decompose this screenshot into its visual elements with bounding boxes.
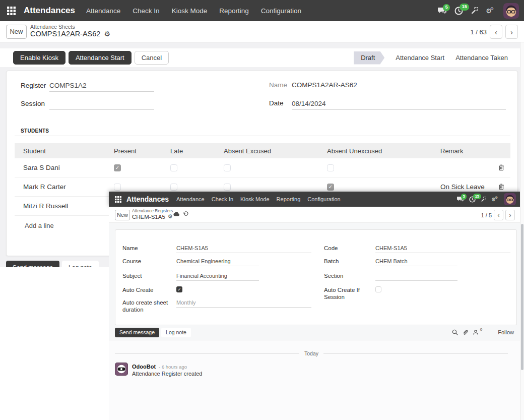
pager-counter: 1 / 63 (470, 28, 487, 36)
auto-create-checkbox[interactable]: ✓ (176, 286, 182, 292)
nav-item-reporting[interactable]: Reporting (277, 196, 301, 202)
log-note-button[interactable]: Log note (62, 261, 99, 267)
user-avatar[interactable] (504, 193, 516, 205)
nav-item-check-in[interactable]: Check In (212, 196, 233, 202)
scrollbar-thumb[interactable] (521, 224, 523, 370)
activities-clock-icon[interactable]: 15 (469, 196, 476, 203)
student-name-cell[interactable]: Sara S Dani (15, 164, 114, 171)
follow-button[interactable]: Follow (498, 329, 514, 335)
name-label: Name (269, 81, 287, 89)
nav-item-reporting[interactable]: Reporting (219, 7, 249, 15)
apps-grid-icon[interactable] (115, 196, 121, 203)
new-button[interactable]: New (115, 210, 130, 220)
nav-item-kiosk-mode[interactable]: Kiosk Mode (172, 7, 208, 15)
date-field[interactable]: 08/14/2024 (292, 100, 326, 107)
log-note-button[interactable]: Log note (161, 328, 191, 337)
col-absent-unexcused[interactable]: Absent Unexcused (327, 147, 440, 155)
main-nav-right: 5 15 ⚙⚙ (438, 3, 519, 19)
chatter-icons: 0 (452, 329, 479, 335)
nav-item-attendance[interactable]: Attendance (176, 196, 205, 202)
attendance-start-button[interactable]: Attendance Start (69, 51, 132, 65)
nav-item-check-in[interactable]: Check In (133, 7, 159, 15)
name-label: Name (122, 245, 138, 252)
code-field[interactable]: CHEM-S1A5 (375, 245, 407, 251)
discard-undo-icon[interactable] (183, 211, 188, 217)
col-student[interactable]: Student (15, 147, 114, 155)
messages-icon[interactable]: 5 (457, 196, 464, 202)
main-chatter-buttons: Send message Log note (6, 261, 99, 267)
nav-item-configuration[interactable]: Configuration (307, 196, 340, 202)
messages-icon[interactable]: 5 (438, 7, 447, 15)
window-scrollbar (520, 42, 524, 420)
apps-grid-icon[interactable] (7, 7, 16, 15)
user-avatar[interactable] (503, 3, 519, 19)
student-name-cell[interactable]: Mitzi R Russell (15, 202, 114, 210)
delete-row-icon[interactable] (492, 164, 510, 171)
wrench-icon[interactable] (481, 197, 486, 202)
present-checkbox[interactable] (114, 184, 121, 191)
name-field[interactable]: CHEM-S1A5 (176, 245, 208, 251)
send-message-button[interactable]: Send message (6, 261, 59, 267)
record-name: CHEM-S1A5 (132, 214, 165, 220)
late-checkbox[interactable] (170, 164, 177, 171)
col-present[interactable]: Present (114, 147, 170, 155)
attachment-paperclip-icon[interactable] (463, 329, 468, 335)
remark-cell[interactable]: On Sick Leave (440, 183, 492, 191)
absent-unexcused-checkbox[interactable] (327, 164, 334, 171)
debug-gears-icon[interactable]: ⚙⚙ (491, 197, 498, 202)
record-actions-gear-icon[interactable]: ⚙ (168, 213, 173, 220)
new-button[interactable]: New (6, 25, 27, 39)
record-actions-gear-icon[interactable]: ⚙ (104, 30, 110, 38)
activities-clock-icon[interactable]: 15 (454, 7, 463, 15)
register-field[interactable]: COMPS1A2 (49, 82, 87, 89)
message-body: Attendance Register created (132, 371, 202, 377)
enable-kiosk-button[interactable]: Enable Kiosk (13, 51, 66, 65)
nav-item-attendance[interactable]: Attendance (86, 7, 120, 15)
present-checkbox[interactable]: ✓ (114, 164, 121, 171)
col-absent-excused[interactable]: Absent Excused (224, 147, 327, 155)
pager-next-button[interactable]: › (505, 210, 515, 220)
save-cloud-icon[interactable] (173, 211, 180, 216)
followers-count: 0 (480, 327, 482, 332)
nav-item-configuration[interactable]: Configuration (261, 7, 301, 15)
subject-field[interactable]: Financial Accounting (176, 273, 227, 279)
pager-prev-button[interactable]: ‹ (494, 210, 503, 220)
pager-next-button[interactable]: › (505, 25, 518, 39)
app-title[interactable]: Attendances (24, 6, 75, 16)
auto-create-if-session-label: Auto Create If Session (324, 286, 364, 301)
message-author[interactable]: OdooBot (132, 364, 156, 370)
batch-field[interactable]: CHEM Batch (375, 258, 408, 264)
duration-field[interactable]: Monthly (176, 299, 196, 306)
breadcrumb-parent-link[interactable]: Attendance Registers (132, 208, 173, 213)
absent-excused-checkbox[interactable] (224, 184, 231, 191)
status-step-draft[interactable]: Draft (354, 51, 384, 65)
overlay-navbar: Attendances Attendance Check In Kiosk Mo… (109, 192, 520, 207)
students-table-header: Student Present Late Absent Excused Abse… (15, 143, 510, 158)
search-messages-icon[interactable] (452, 329, 458, 335)
auto-create-if-session-checkbox[interactable] (375, 286, 381, 292)
breadcrumb-parent-link[interactable]: Attendance Sheets (30, 24, 110, 30)
wrench-icon[interactable] (471, 7, 478, 15)
late-checkbox[interactable] (170, 184, 177, 191)
date-underline (292, 109, 506, 110)
status-step-attendance-start[interactable]: Attendance Start (396, 54, 444, 62)
absent-excused-checkbox[interactable] (224, 164, 231, 171)
course-field[interactable]: Chemical Engineering (176, 258, 231, 264)
session-underline (49, 109, 154, 110)
col-remark[interactable]: Remark (440, 147, 492, 155)
delete-row-icon[interactable] (492, 184, 510, 190)
main-pager: 1 / 63 ‹ › (470, 25, 518, 39)
send-message-button[interactable]: Send message (115, 328, 159, 337)
odoobot-avatar[interactable] (115, 363, 128, 376)
message-header: OdooBot - 6 hours ago (132, 364, 187, 370)
cancel-button[interactable]: Cancel (135, 51, 169, 65)
status-step-attendance-taken[interactable]: Attendance Taken (455, 54, 508, 62)
app-title[interactable]: Attendances (126, 195, 169, 203)
student-name-cell[interactable]: Mark R Carter (15, 183, 114, 191)
absent-unexcused-checkbox[interactable]: ✓ (327, 184, 334, 191)
debug-gears-icon[interactable]: ⚙⚙ (486, 7, 494, 15)
nav-item-kiosk-mode[interactable]: Kiosk Mode (240, 196, 269, 202)
followers-icon[interactable]: 0 (473, 329, 479, 335)
col-late[interactable]: Late (170, 147, 224, 155)
pager-prev-button[interactable]: ‹ (490, 25, 502, 39)
